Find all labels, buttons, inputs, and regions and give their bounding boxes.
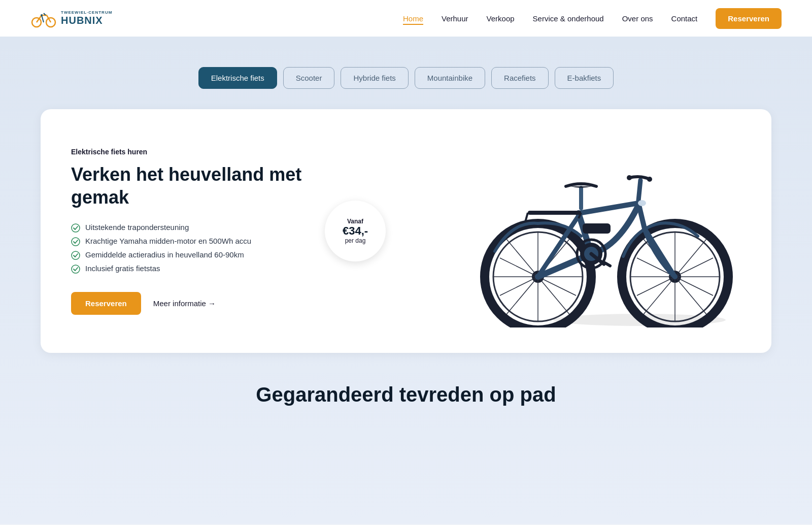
- price-vanaf: Vanaf: [347, 218, 363, 225]
- header-reserveren-button[interactable]: Reserveren: [716, 8, 782, 29]
- svg-line-32: [638, 180, 640, 201]
- main-nav: Home Verhuur Verkoop Service & onderhoud…: [403, 8, 782, 29]
- nav-item-service[interactable]: Service & onderhoud: [533, 14, 604, 23]
- product-card: Elektrische fiets huren Verken het heuve…: [41, 109, 771, 353]
- svg-point-5: [72, 251, 80, 259]
- header: TWEEWIEL·CENTRUM HUBNIX Home Verhuur Ver…: [0, 0, 812, 37]
- tab-e-bakfiets[interactable]: E-bakfiets: [555, 67, 614, 89]
- feature-item-1: Uitstekende trapondersteuning: [71, 223, 315, 233]
- card-bike-image: [335, 135, 741, 327]
- price-per-dag: per dag: [345, 237, 366, 244]
- card-actions: Reserveren Meer informatie →: [71, 292, 315, 315]
- svg-point-6: [72, 265, 80, 273]
- card-title: Verken het heuvelland met gemak: [71, 163, 315, 209]
- logo-icon: [30, 8, 57, 28]
- tab-hybride-fiets[interactable]: Hybride fiets: [341, 67, 408, 89]
- features-list: Uitstekende trapondersteuning Krachtige …: [71, 223, 315, 274]
- filter-tabs: Elektrische fiets Scooter Hybride fiets …: [0, 67, 812, 89]
- check-icon-3: [71, 251, 80, 260]
- svg-point-2: [41, 14, 43, 16]
- feature-item-4: Inclusief gratis fietstas: [71, 264, 315, 274]
- bottom-section: Gegarandeerd tevreden op pad: [0, 353, 812, 406]
- svg-point-35: [638, 200, 646, 206]
- svg-point-33: [627, 175, 632, 180]
- nav-item-verhuur[interactable]: Verhuur: [442, 14, 468, 23]
- logo[interactable]: TWEEWIEL·CENTRUM HUBNIX: [30, 8, 112, 28]
- card-content-left: Elektrische fiets huren Verken het heuve…: [71, 148, 335, 315]
- main-content: Elektrische fiets Scooter Hybride fiets …: [0, 37, 812, 524]
- check-icon-4: [71, 265, 80, 274]
- tab-mountainbike[interactable]: Mountainbike: [415, 67, 485, 89]
- nav-item-home[interactable]: Home: [403, 14, 423, 23]
- card-reserveren-button[interactable]: Reserveren: [71, 292, 141, 315]
- nav-item-over-ons[interactable]: Over ons: [622, 14, 653, 23]
- meer-informatie-link[interactable]: Meer informatie →: [153, 299, 216, 308]
- svg-point-4: [72, 238, 80, 246]
- tab-scooter[interactable]: Scooter: [283, 67, 335, 89]
- check-icon-1: [71, 223, 80, 233]
- bottom-title: Gegarandeerd tevreden op pad: [0, 383, 812, 406]
- svg-point-3: [72, 224, 80, 232]
- logo-subtitle: TWEEWIEL·CENTRUM: [61, 10, 112, 15]
- price-amount: €34,-: [343, 225, 368, 237]
- logo-text: HUBNIX: [61, 15, 112, 26]
- svg-line-29: [579, 203, 638, 213]
- bike-illustration: [447, 135, 741, 327]
- feature-item-2: Krachtige Yamaha midden-motor en 500Wh a…: [71, 237, 315, 246]
- svg-rect-44: [583, 223, 611, 234]
- price-bubble: Vanaf €34,- per dag: [325, 201, 386, 261]
- nav-item-contact[interactable]: Contact: [671, 14, 698, 23]
- tab-racefiets[interactable]: Racefiets: [491, 67, 549, 89]
- check-icon-2: [71, 237, 80, 246]
- feature-item-3: Gemiddelde actieradius in heuvelland 60-…: [71, 250, 315, 260]
- tab-elektrische-fiets[interactable]: Elektrische fiets: [198, 67, 277, 89]
- svg-point-34: [647, 177, 652, 182]
- svg-rect-41: [528, 211, 581, 215]
- card-subtitle: Elektrische fiets huren: [71, 148, 315, 156]
- nav-item-verkoop[interactable]: Verkoop: [487, 14, 515, 23]
